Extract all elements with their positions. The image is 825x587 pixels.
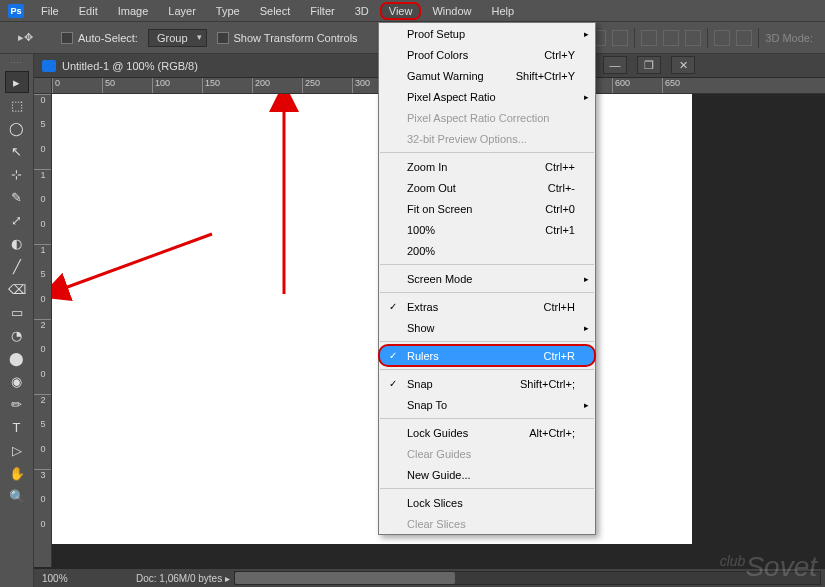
- menu-item-fit-on-screen[interactable]: Fit on ScreenCtrl+0: [379, 198, 595, 219]
- tool-18[interactable]: 🔍: [5, 485, 29, 507]
- ps-doc-icon: [42, 60, 56, 72]
- menu-item-pixel-aspect-ratio-correction: Pixel Aspect Ratio Correction: [379, 107, 595, 128]
- menu-image[interactable]: Image: [109, 2, 158, 20]
- menu-item-extras[interactable]: ExtrasCtrl+H: [379, 296, 595, 317]
- document-title: Untitled-1 @ 100% (RGB/8): [62, 60, 198, 72]
- canvas[interactable]: [52, 94, 692, 544]
- menu-item-zoom-in[interactable]: Zoom InCtrl++: [379, 156, 595, 177]
- tool-0[interactable]: ▸: [5, 71, 29, 93]
- close-button[interactable]: ✕: [671, 56, 695, 74]
- menu-item-show[interactable]: Show: [379, 317, 595, 338]
- auto-select-checkbox[interactable]: Auto-Select:: [61, 32, 138, 44]
- tool-2[interactable]: ◯: [5, 117, 29, 139]
- tool-4[interactable]: ⊹: [5, 163, 29, 185]
- menu-help[interactable]: Help: [483, 2, 524, 20]
- menu-item-new-guide-[interactable]: New Guide...: [379, 464, 595, 485]
- tool-6[interactable]: ⤢: [5, 209, 29, 231]
- menu-item-32-bit-preview-options-: 32-bit Preview Options...: [379, 128, 595, 149]
- tool-7[interactable]: ◐: [5, 232, 29, 254]
- show-transform-checkbox[interactable]: Show Transform Controls: [217, 32, 358, 44]
- menu-layer[interactable]: Layer: [159, 2, 205, 20]
- menu-item-lock-guides[interactable]: Lock GuidesAlt+Ctrl+;: [379, 422, 595, 443]
- menu-item-pixel-aspect-ratio[interactable]: Pixel Aspect Ratio: [379, 86, 595, 107]
- menu-item-clear-guides: Clear Guides: [379, 443, 595, 464]
- menu-select[interactable]: Select: [251, 2, 300, 20]
- tool-16[interactable]: ▷: [5, 439, 29, 461]
- menu-item-200-[interactable]: 200%: [379, 240, 595, 261]
- distribute-icon[interactable]: [641, 30, 657, 46]
- menu-item-snap[interactable]: SnapShift+Ctrl+;: [379, 373, 595, 394]
- menu-item-lock-slices[interactable]: Lock Slices: [379, 492, 595, 513]
- menu-window[interactable]: Window: [423, 2, 480, 20]
- tool-8[interactable]: ╱: [5, 255, 29, 277]
- menu-3d[interactable]: 3D: [346, 2, 378, 20]
- checkbox-icon: [217, 32, 229, 44]
- watermark: clubSovet: [720, 551, 817, 583]
- menu-edit[interactable]: Edit: [70, 2, 107, 20]
- tool-12[interactable]: ⬤: [5, 347, 29, 369]
- tool-11[interactable]: ◔: [5, 324, 29, 346]
- tool-1[interactable]: ⬚: [5, 94, 29, 116]
- menu-item-proof-colors[interactable]: Proof ColorsCtrl+Y: [379, 44, 595, 65]
- arrange-icon[interactable]: [736, 30, 752, 46]
- move-tool-icon: ▸✥: [18, 31, 33, 44]
- auto-select-label: Auto-Select:: [78, 32, 138, 44]
- tool-14[interactable]: ✏: [5, 393, 29, 415]
- zoom-level[interactable]: 100%: [34, 573, 96, 584]
- minimize-button[interactable]: —: [603, 56, 627, 74]
- 3d-mode-label: 3D Mode:: [765, 32, 813, 44]
- ps-logo-icon: Ps: [8, 4, 24, 18]
- svg-line-1: [62, 234, 212, 289]
- distribute-icon[interactable]: [685, 30, 701, 46]
- align-icon[interactable]: [612, 30, 628, 46]
- tool-17[interactable]: ✋: [5, 462, 29, 484]
- menu-filter[interactable]: Filter: [301, 2, 343, 20]
- tool-5[interactable]: ✎: [5, 186, 29, 208]
- tool-10[interactable]: ▭: [5, 301, 29, 323]
- tool-9[interactable]: ⌫: [5, 278, 29, 300]
- menu-item-clear-slices: Clear Slices: [379, 513, 595, 534]
- toolbar: ∙∙∙∙ ▸⬚◯↖⊹✎⤢◐╱⌫▭◔⬤◉✏T▷✋🔍: [0, 54, 34, 587]
- group-dropdown[interactable]: Group: [148, 29, 207, 47]
- tool-13[interactable]: ◉: [5, 370, 29, 392]
- menu-item-screen-mode[interactable]: Screen Mode: [379, 268, 595, 289]
- tool-3[interactable]: ↖: [5, 140, 29, 162]
- distribute-icon[interactable]: [663, 30, 679, 46]
- tool-15[interactable]: T: [5, 416, 29, 438]
- menu-item-proof-setup[interactable]: Proof Setup: [379, 23, 595, 44]
- view-menu-dropdown: Proof SetupProof ColorsCtrl+YGamut Warni…: [378, 22, 596, 535]
- menu-item-snap-to[interactable]: Snap To: [379, 394, 595, 415]
- maximize-button[interactable]: ❐: [637, 56, 661, 74]
- show-transform-label: Show Transform Controls: [234, 32, 358, 44]
- menu-item-rulers[interactable]: RulersCtrl+R: [379, 345, 595, 366]
- vertical-ruler[interactable]: 050100150200250300: [34, 94, 52, 567]
- menu-item-100-[interactable]: 100%Ctrl+1: [379, 219, 595, 240]
- menu-item-gamut-warning[interactable]: Gamut WarningShift+Ctrl+Y: [379, 65, 595, 86]
- menu-file[interactable]: File: [32, 2, 68, 20]
- arrange-icon[interactable]: [714, 30, 730, 46]
- ruler-corner[interactable]: [34, 78, 52, 94]
- checkbox-icon: [61, 32, 73, 44]
- doc-info[interactable]: Doc: 1,06M/0 bytes ▸: [96, 573, 230, 584]
- menu-item-zoom-out[interactable]: Zoom OutCtrl+-: [379, 177, 595, 198]
- scrollbar-thumb[interactable]: [235, 572, 455, 584]
- menubar: Ps FileEditImageLayerTypeSelectFilter3DV…: [0, 0, 825, 22]
- menu-view[interactable]: View: [380, 2, 422, 20]
- menu-type[interactable]: Type: [207, 2, 249, 20]
- status-bar: 100% Doc: 1,06M/0 bytes ▸: [34, 569, 825, 587]
